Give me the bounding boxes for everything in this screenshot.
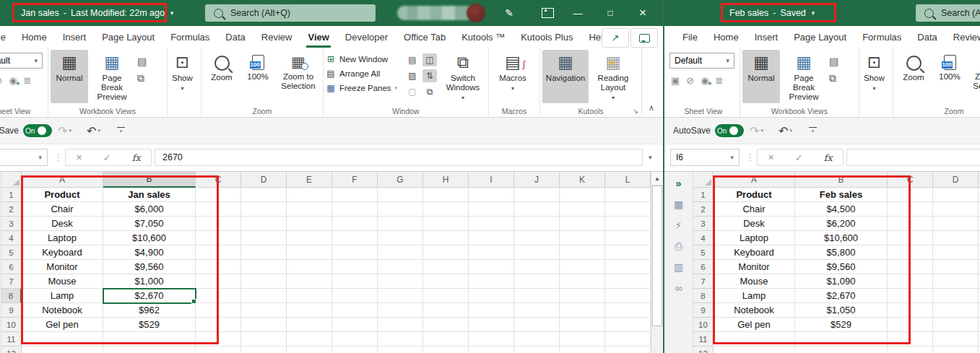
row-header-11[interactable]: 11 bbox=[693, 332, 714, 347]
avatar[interactable] bbox=[467, 4, 485, 22]
cell-J8[interactable] bbox=[514, 289, 560, 303]
formula-input[interactable] bbox=[846, 149, 980, 166]
cell-D3[interactable] bbox=[933, 217, 979, 231]
cell-F10[interactable] bbox=[332, 318, 378, 332]
dialog-launcher-icon[interactable]: ↘ bbox=[633, 108, 638, 115]
cell-J11[interactable] bbox=[514, 332, 560, 347]
row-header-4[interactable]: 4 bbox=[1, 231, 22, 245]
cell-B12[interactable] bbox=[795, 347, 888, 353]
cell-C8[interactable] bbox=[196, 289, 241, 303]
new-window-button[interactable]: ⊞ New Window bbox=[326, 54, 404, 64]
tab-developer[interactable]: Developer bbox=[337, 26, 396, 48]
cell-J5[interactable] bbox=[514, 245, 560, 260]
column-header-b[interactable]: B bbox=[103, 172, 196, 188]
cell-E11[interactable] bbox=[287, 332, 332, 347]
cell-I9[interactable] bbox=[469, 303, 514, 318]
keep-sheet-view-icon[interactable]: ▣ bbox=[671, 75, 680, 86]
cell-A12[interactable] bbox=[714, 347, 795, 353]
tab-home[interactable]: Home bbox=[706, 26, 747, 48]
zoom-100-button[interactable]: 100 100% bbox=[240, 50, 276, 103]
cell-A10[interactable]: Gel pen bbox=[714, 318, 795, 332]
cell-G12[interactable] bbox=[378, 347, 423, 353]
column-list-icon[interactable]: ▥ bbox=[674, 262, 683, 272]
show-button[interactable]: ⊡ Show ▾ bbox=[170, 50, 195, 103]
cell-I12[interactable] bbox=[469, 347, 514, 353]
tab-view[interactable]: View bbox=[300, 26, 337, 48]
cell-J4[interactable] bbox=[514, 231, 560, 245]
page-break-preview-button[interactable]: ▦ Page Break Preview bbox=[780, 50, 828, 103]
document-title[interactable]: Jan sales - Last Modified: 22m ago ▾ bbox=[12, 3, 167, 22]
expand-pane-icon[interactable]: » bbox=[675, 178, 681, 188]
cell-L11[interactable] bbox=[605, 332, 651, 347]
cell-L3[interactable] bbox=[605, 217, 651, 231]
cell-A1[interactable]: Product bbox=[22, 188, 103, 202]
search-box[interactable]: Search (Alt+Q) bbox=[916, 4, 980, 22]
row-header-7[interactable]: 7 bbox=[693, 274, 714, 289]
row-header-1[interactable]: 1 bbox=[693, 188, 714, 202]
zoom-to-selection-button[interactable]: ▦ Zoom to Selection bbox=[968, 50, 980, 103]
cell-D1[interactable] bbox=[933, 188, 979, 202]
exit-sheet-view-icon[interactable]: ⊘ bbox=[0, 75, 2, 86]
hide-icon[interactable]: ▨ bbox=[405, 69, 420, 82]
cell-C3[interactable] bbox=[196, 217, 241, 231]
undo-button[interactable]: ↶▾ bbox=[87, 118, 100, 144]
column-header-f[interactable]: F bbox=[332, 172, 378, 188]
column-header-c[interactable]: C bbox=[196, 172, 241, 188]
cell-B5[interactable]: $4,900 bbox=[103, 245, 196, 260]
row-header-11[interactable]: 11 bbox=[1, 332, 22, 347]
cell-C9[interactable] bbox=[196, 303, 241, 318]
sheet-view-options-icon[interactable]: ≣ bbox=[716, 75, 724, 86]
tab-data[interactable]: Data bbox=[217, 26, 253, 48]
cell-K3[interactable] bbox=[560, 217, 605, 231]
cell-K9[interactable] bbox=[560, 303, 605, 318]
insert-function-icon[interactable]: fx bbox=[824, 152, 833, 163]
cell-C2[interactable] bbox=[196, 202, 241, 217]
worksheet-lightning-icon[interactable]: ⚡ bbox=[675, 220, 682, 230]
custom-views-icon[interactable]: ⧉ bbox=[829, 72, 838, 84]
switch-windows-button[interactable]: ⧉ Switch Windows ▾ bbox=[440, 50, 486, 103]
column-header-l[interactable]: L bbox=[605, 172, 651, 188]
cell-C12[interactable] bbox=[888, 347, 933, 353]
cell-G6[interactable] bbox=[378, 260, 423, 274]
cell-D10[interactable] bbox=[933, 318, 979, 332]
cell-B1[interactable]: Jan sales bbox=[103, 188, 196, 202]
customize-qat-icon[interactable]: ▾ bbox=[117, 118, 125, 144]
column-header-h[interactable]: H bbox=[423, 172, 469, 188]
row-header-3[interactable]: 3 bbox=[1, 217, 22, 231]
cell-C10[interactable] bbox=[196, 318, 241, 332]
cell-A1[interactable]: Product bbox=[714, 188, 795, 202]
cancel-icon[interactable]: × bbox=[768, 152, 774, 163]
row-header-9[interactable]: 9 bbox=[693, 303, 714, 318]
tab-page-layout[interactable]: Page Layout bbox=[786, 26, 854, 48]
row-header-3[interactable]: 3 bbox=[693, 217, 714, 231]
cell-B10[interactable]: $529 bbox=[103, 318, 196, 332]
vertical-scrollbar[interactable]: ▲ bbox=[651, 172, 663, 353]
cell-B9[interactable]: $962 bbox=[103, 303, 196, 318]
column-header-j[interactable]: J bbox=[514, 172, 560, 188]
cell-E12[interactable] bbox=[287, 347, 332, 353]
cell-K8[interactable] bbox=[560, 289, 605, 303]
find-binoculars-icon[interactable]: ∞ bbox=[675, 283, 682, 293]
cell-H7[interactable] bbox=[423, 274, 469, 289]
cell-E5[interactable] bbox=[287, 245, 332, 260]
normal-view-button[interactable]: ▦ Normal bbox=[51, 50, 88, 103]
column-header-a[interactable]: A bbox=[22, 172, 103, 188]
cell-K7[interactable] bbox=[560, 274, 605, 289]
cell-L5[interactable] bbox=[605, 245, 651, 260]
cell-A12[interactable] bbox=[22, 347, 103, 353]
cell-K2[interactable] bbox=[560, 202, 605, 217]
cell-B8[interactable]: $2,670 bbox=[103, 289, 196, 303]
cell-J10[interactable] bbox=[514, 318, 560, 332]
cell-D7[interactable] bbox=[241, 274, 287, 289]
tab-review[interactable]: Review bbox=[253, 26, 300, 48]
cell-G1[interactable] bbox=[378, 188, 423, 202]
minimize-button[interactable]: — bbox=[562, 0, 594, 26]
close-button[interactable]: × bbox=[627, 0, 659, 26]
cell-D8[interactable] bbox=[933, 289, 979, 303]
sheet-view-select[interactable]: Default ▾ bbox=[669, 53, 734, 69]
cell-D6[interactable] bbox=[241, 260, 287, 274]
cell-E3[interactable] bbox=[287, 217, 332, 231]
cell-J12[interactable] bbox=[514, 347, 560, 353]
cell-F12[interactable] bbox=[332, 347, 378, 353]
cell-C7[interactable] bbox=[888, 274, 933, 289]
